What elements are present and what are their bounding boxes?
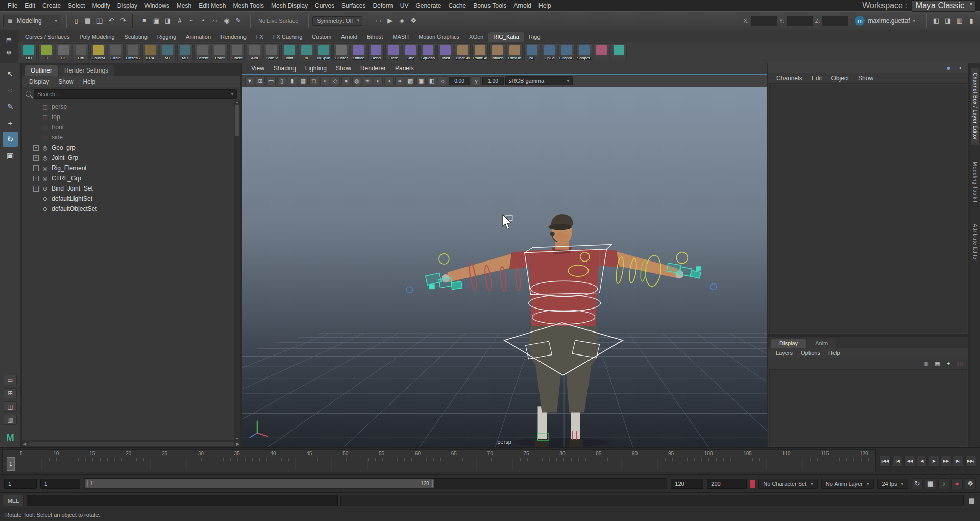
- expand-toggle-icon[interactable]: [33, 176, 39, 181]
- menu-item[interactable]: Select: [64, 1, 88, 10]
- menu-item[interactable]: Cache: [445, 1, 470, 10]
- script-editor-icon[interactable]: ▤: [966, 495, 977, 506]
- panel-tab[interactable]: Outliner: [25, 65, 58, 76]
- shelf-tab[interactable]: FX Caching: [268, 32, 307, 42]
- account-menu[interactable]: m maxime.guettaf ▾: [855, 16, 915, 26]
- shelf-button[interactable]: DH: [21, 43, 37, 61]
- film-gate-icon[interactable]: ▭: [266, 76, 276, 85]
- new-layer-from-selected-icon[interactable]: ◫: [955, 359, 964, 368]
- layer-editor-menu-item[interactable]: Help: [825, 349, 844, 357]
- menu-item[interactable]: Generate: [412, 1, 445, 10]
- save-scene-icon[interactable]: ◫: [94, 15, 105, 27]
- snap-to-point-icon[interactable]: •: [198, 15, 209, 27]
- channel-list-area[interactable]: [769, 85, 967, 333]
- paint-select-tool[interactable]: ✎: [3, 99, 18, 114]
- panel-tab[interactable]: Render Settings: [59, 65, 114, 76]
- shelf-button[interactable]: [611, 43, 627, 61]
- shelf-tab[interactable]: Rendering: [216, 32, 251, 42]
- snap-to-curve-icon[interactable]: ~: [186, 15, 197, 27]
- shelf-button[interactable]: ShapeE: [576, 43, 592, 61]
- menu-item[interactable]: Edit: [21, 1, 39, 10]
- wireframe-icon[interactable]: ◇: [331, 76, 340, 85]
- sidebar-vertical-tab[interactable]: Attribute Editor: [971, 220, 979, 266]
- shelf-tab[interactable]: Motion Graphics: [414, 32, 464, 42]
- menu-item[interactable]: Help: [535, 1, 555, 10]
- viewport-menu-item[interactable]: Panels: [391, 64, 418, 73]
- channel-box-menu-item[interactable]: Channels: [772, 74, 806, 83]
- shelf-button[interactable]: MT: [160, 43, 176, 61]
- shadows-icon[interactable]: ◐: [374, 76, 383, 85]
- outliner-item[interactable]: ◎ Joint_Grp: [22, 153, 233, 163]
- animation-end-field[interactable]: 200: [707, 479, 747, 489]
- expand-toggle-icon[interactable]: [33, 145, 39, 151]
- safe-action-icon[interactable]: ◻: [309, 76, 318, 85]
- go-to-start-button[interactable]: |◀◀: [879, 456, 891, 467]
- motion-blur-icon[interactable]: ≈: [395, 76, 404, 85]
- xray-icon[interactable]: ◧: [427, 76, 436, 85]
- new-scene-icon[interactable]: ▯: [70, 15, 82, 27]
- shelf-tab[interactable]: Rigging: [153, 32, 181, 42]
- render-view-icon[interactable]: ▭: [373, 15, 384, 27]
- shelf-button[interactable]: ColorM: [90, 43, 106, 61]
- shelf-button[interactable]: CpEd: [542, 43, 557, 61]
- shelf-button[interactable]: Bend: [368, 43, 384, 61]
- menu-item[interactable]: UV: [397, 1, 412, 10]
- menu-item[interactable]: Create: [39, 1, 64, 10]
- sidebar-vertical-tab[interactable]: Channel Box / Layer Editor: [971, 68, 979, 145]
- fps-select[interactable]: 24 fps ▾: [877, 479, 909, 489]
- shelf-button[interactable]: Circle: [108, 43, 124, 61]
- outliner-item[interactable]: ◫ side: [22, 132, 233, 143]
- resolution-gate-icon[interactable]: ▯: [277, 76, 286, 85]
- viewport-menu-item[interactable]: Lighting: [301, 64, 331, 73]
- step-back-key-button[interactable]: ◀◀: [904, 456, 915, 467]
- shelf-button[interactable]: FT: [38, 43, 54, 61]
- character-set-select[interactable]: No Character Set ▾: [758, 479, 818, 489]
- construction-history-icon[interactable]: ✎: [233, 15, 244, 27]
- snap-to-plane-icon[interactable]: ▱: [209, 15, 220, 27]
- shelf-tab[interactable]: RIG_Katia: [488, 32, 524, 42]
- separator[interactable]: [248, 14, 251, 28]
- shelf-tab[interactable]: Curves / Surfaces: [20, 32, 74, 42]
- outliner-item[interactable]: ◎ Geo_grp: [22, 143, 233, 153]
- layout-four-pane[interactable]: ⊞: [4, 388, 17, 398]
- range-slider[interactable]: 1 120: [84, 478, 667, 489]
- shelf-button[interactable]: Joint: [281, 43, 297, 61]
- outliner-item[interactable]: ⊙ defaultObjectSet: [22, 204, 233, 214]
- toggle-single-pane-icon[interactable]: ◧: [930, 15, 942, 27]
- colorspace-select[interactable]: sRGB gamma ▾: [505, 76, 573, 85]
- account-share-icon[interactable]: ☻: [945, 64, 952, 72]
- step-forward-frame-button[interactable]: ▶|: [953, 456, 963, 467]
- separator[interactable]: [366, 14, 369, 28]
- shelf-tab[interactable]: Animation: [181, 32, 215, 42]
- layer-editor-menu-item[interactable]: Layers: [772, 349, 796, 357]
- viewport-menu-item[interactable]: Show: [332, 64, 355, 73]
- scrollbar-thumb[interactable]: [235, 105, 239, 136]
- menu-item[interactable]: Arnold: [510, 1, 535, 10]
- scrollbar-track[interactable]: [28, 442, 234, 446]
- expand-toggle-icon[interactable]: [33, 155, 39, 161]
- shelf-button[interactable]: Influen: [489, 43, 505, 61]
- menu-item[interactable]: Windows: [141, 1, 173, 10]
- range-slider-handle[interactable]: 1 120: [85, 479, 434, 488]
- menu-item[interactable]: File: [4, 1, 21, 10]
- shelf-button[interactable]: Squash: [420, 43, 436, 61]
- shelf-button[interactable]: Orient: [229, 43, 245, 61]
- move-tool[interactable]: +: [3, 115, 18, 130]
- new-layer-icon[interactable]: +: [944, 359, 953, 368]
- shaded-icon[interactable]: ●: [341, 76, 351, 85]
- open-scene-icon[interactable]: ▤: [82, 15, 93, 27]
- exposure-field[interactable]: 0.00: [449, 77, 470, 85]
- ipr-render-icon[interactable]: ◈: [396, 15, 407, 27]
- animation-start-field[interactable]: 1: [4, 479, 37, 489]
- current-frame-indicator[interactable]: 1: [7, 457, 15, 471]
- outliner-item[interactable]: ◫ front: [22, 122, 233, 132]
- playback-loop-icon[interactable]: ↻: [912, 478, 923, 489]
- shelf-button[interactable]: BindSki: [455, 43, 471, 61]
- select-tool[interactable]: ↖: [3, 66, 18, 81]
- coordinate-input[interactable]: [822, 16, 848, 26]
- audio-icon[interactable]: ♪: [938, 478, 949, 489]
- shelf-tab[interactable]: Rigg: [524, 32, 545, 42]
- shelf-button[interactable]: Sine: [403, 43, 419, 61]
- expand-toggle-icon[interactable]: [33, 186, 39, 192]
- render-settings-icon[interactable]: ☸: [408, 15, 419, 27]
